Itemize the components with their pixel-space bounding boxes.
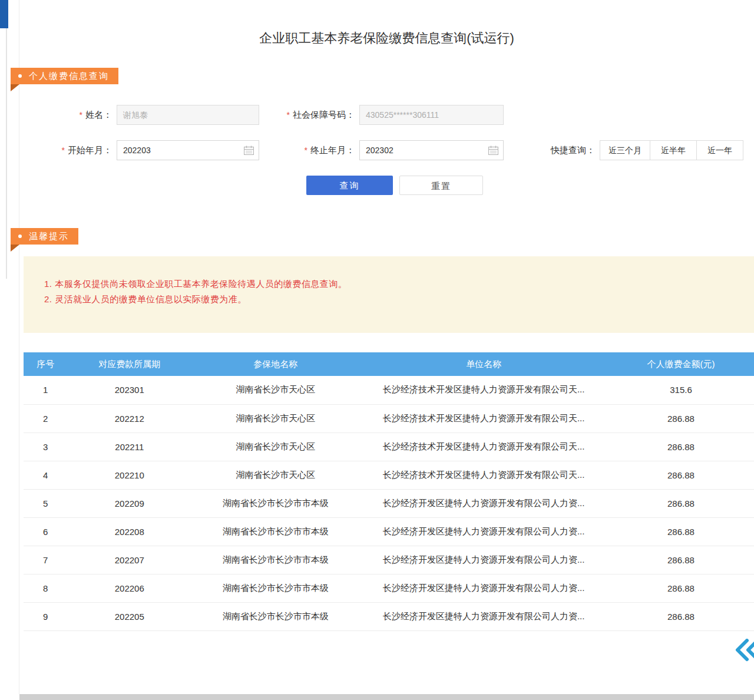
start-month-field-label: *开始年月： xyxy=(35,140,112,160)
table-cell: 6 xyxy=(24,517,67,546)
quick-query-last-half-year-button[interactable]: 近半年 xyxy=(650,140,697,160)
bullet-dot-icon xyxy=(18,235,22,238)
required-marker: * xyxy=(80,110,82,120)
table-cell: 湖南省长沙市长沙市市本级 xyxy=(191,546,359,574)
table-cell: 202209 xyxy=(67,489,191,517)
table-row: 7202207湖南省长沙市长沙市市本级长沙经济开发区捷特人力资源开发有限公司人力… xyxy=(24,546,754,574)
table-cell: 202208 xyxy=(67,517,191,546)
bottom-scroll-strip[interactable] xyxy=(19,694,754,700)
table-row: 1202301湖南省长沙市天心区长沙经济技术开发区捷特人力资源开发有限公司天..… xyxy=(24,376,754,404)
name-field-label: *姓名： xyxy=(35,105,112,125)
double-chevron-left-icon[interactable] xyxy=(735,639,754,662)
table-row: 8202206湖南省长沙市长沙市市本级长沙经济开发区捷特人力资源开发有限公司人力… xyxy=(24,574,754,602)
table-cell: 202205 xyxy=(67,602,191,630)
ribbon-fold-decoration xyxy=(11,245,19,252)
table-cell: 湖南省长沙市天心区 xyxy=(191,432,359,461)
table-cell: 湖南省长沙市天心区 xyxy=(191,461,359,489)
calendar-icon[interactable] xyxy=(488,146,498,155)
table-cell: 8 xyxy=(24,574,67,602)
table-cell: 长沙经济开发区捷特人力资源开发有限公司人力资... xyxy=(359,602,608,630)
table-cell: 286.88 xyxy=(608,489,754,517)
sidebar-collapsed-tab[interactable] xyxy=(0,0,8,28)
quick-query-group: 近三个月 近半年 近一年 xyxy=(600,140,743,160)
reset-button[interactable]: 重置 xyxy=(399,176,483,195)
table-cell: 长沙经济技术开发区捷特人力资源开发有限公司天... xyxy=(359,461,608,489)
table-cell: 286.88 xyxy=(608,432,754,461)
table-header-amount: 个人缴费金额(元) xyxy=(608,352,754,376)
table-cell: 286.88 xyxy=(608,574,754,602)
end-month-field-label: *终止年月： xyxy=(253,140,355,160)
quick-query-last-year-button[interactable]: 近一年 xyxy=(696,140,743,160)
query-button[interactable]: 查询 xyxy=(306,176,393,195)
section-header-tips: 温馨提示 xyxy=(11,228,78,245)
table-row: 6202208湖南省长沙市长沙市市本级长沙经济开发区捷特人力资源开发有限公司人力… xyxy=(24,517,754,546)
bullet-dot-icon xyxy=(18,74,22,78)
table-cell: 7 xyxy=(24,546,67,574)
section-header-query-label: 个人缴费信息查询 xyxy=(29,71,109,82)
table-cell: 286.88 xyxy=(608,602,754,630)
tips-box: 1. 本服务仅提供尚未领取企业职工基本养老保险待遇人员的缴费信息查询。 2. 灵… xyxy=(24,256,754,333)
end-month-input[interactable]: 202302 xyxy=(359,140,504,160)
table-cell: 1 xyxy=(24,376,67,404)
left-sidebar-rail xyxy=(0,0,19,694)
name-input[interactable]: 谢旭泰 xyxy=(117,105,259,125)
table-row: 9202205湖南省长沙市长沙市市本级长沙经济开发区捷特人力资源开发有限公司人力… xyxy=(24,602,754,630)
table-cell: 286.88 xyxy=(608,517,754,546)
table-body: 1202301湖南省长沙市天心区长沙经济技术开发区捷特人力资源开发有限公司天..… xyxy=(24,376,754,630)
calendar-icon[interactable] xyxy=(244,146,254,155)
table-cell: 湖南省长沙市长沙市市本级 xyxy=(191,602,359,630)
sidebar-divider xyxy=(6,28,7,279)
table-cell: 315.6 xyxy=(608,376,754,404)
table-row: 5202209湖南省长沙市长沙市市本级长沙经济开发区捷特人力资源开发有限公司人力… xyxy=(24,489,754,517)
quick-query-last-3-months-button[interactable]: 近三个月 xyxy=(600,140,650,160)
table-cell: 长沙经济技术开发区捷特人力资源开发有限公司天... xyxy=(359,404,608,432)
table-cell: 286.88 xyxy=(608,404,754,432)
table-row: 3202211湖南省长沙市天心区长沙经济技术开发区捷特人力资源开发有限公司天..… xyxy=(24,432,754,461)
table-cell: 9 xyxy=(24,602,67,630)
table-cell: 湖南省长沙市长沙市市本级 xyxy=(191,489,359,517)
table-cell: 湖南省长沙市天心区 xyxy=(191,376,359,404)
page-title: 企业职工基本养老保险缴费信息查询(试运行) xyxy=(19,29,754,47)
table-cell: 286.88 xyxy=(608,461,754,489)
start-month-input[interactable]: 202203 xyxy=(117,140,259,160)
table-cell: 286.88 xyxy=(608,546,754,574)
table-cell: 长沙经济技术开发区捷特人力资源开发有限公司天... xyxy=(359,432,608,461)
table-row: 2202212湖南省长沙市天心区长沙经济技术开发区捷特人力资源开发有限公司天..… xyxy=(24,404,754,432)
table-header-employer: 单位名称 xyxy=(359,352,608,376)
table-row: 4202210湖南省长沙市天心区长沙经济技术开发区捷特人力资源开发有限公司天..… xyxy=(24,461,754,489)
table-cell: 长沙经济技术开发区捷特人力资源开发有限公司天... xyxy=(359,376,608,404)
section-header-query: 个人缴费信息查询 xyxy=(11,68,118,84)
table-cell: 2 xyxy=(24,404,67,432)
table-header-row: 序号 对应费款所属期 参保地名称 单位名称 个人缴费金额(元) xyxy=(24,352,754,376)
required-marker: * xyxy=(62,146,65,155)
table-header-insured-place: 参保地名称 xyxy=(191,352,359,376)
table-cell: 4 xyxy=(24,461,67,489)
table-cell: 湖南省长沙市长沙市市本级 xyxy=(191,574,359,602)
ssn-field-label: *社会保障号码： xyxy=(253,105,355,125)
table-cell: 湖南省长沙市天心区 xyxy=(191,404,359,432)
table-cell: 202210 xyxy=(67,461,191,489)
tips-line-2: 2. 灵活就业人员的缴费单位信息以实际缴费为准。 xyxy=(44,292,742,307)
ssn-input[interactable]: 430525******306111 xyxy=(359,105,504,125)
ribbon-fold-decoration xyxy=(11,84,19,91)
table-cell: 长沙经济开发区捷特人力资源开发有限公司人力资... xyxy=(359,517,608,546)
table-cell: 202207 xyxy=(67,546,191,574)
table-cell: 202206 xyxy=(67,574,191,602)
section-header-tips-label: 温馨提示 xyxy=(29,231,69,242)
table-header-period: 对应费款所属期 xyxy=(67,352,191,376)
table-cell: 3 xyxy=(24,432,67,461)
table-cell: 5 xyxy=(24,489,67,517)
table-cell: 长沙经济开发区捷特人力资源开发有限公司人力资... xyxy=(359,574,608,602)
required-marker: * xyxy=(287,110,290,120)
table-cell: 湖南省长沙市长沙市市本级 xyxy=(191,517,359,546)
required-marker: * xyxy=(305,146,307,155)
tips-line-1: 1. 本服务仅提供尚未领取企业职工基本养老保险待遇人员的缴费信息查询。 xyxy=(44,276,742,292)
quick-query-label: 快捷查询： xyxy=(533,140,595,160)
results-table: 序号 对应费款所属期 参保地名称 单位名称 个人缴费金额(元) 1202301湖… xyxy=(24,352,754,631)
table-cell: 202212 xyxy=(67,404,191,432)
table-cell: 长沙经济开发区捷特人力资源开发有限公司人力资... xyxy=(359,489,608,517)
table-header-seq: 序号 xyxy=(24,352,67,376)
table-cell: 202301 xyxy=(67,376,191,404)
table-cell: 长沙经济开发区捷特人力资源开发有限公司人力资... xyxy=(359,546,608,574)
table-cell: 202211 xyxy=(67,432,191,461)
